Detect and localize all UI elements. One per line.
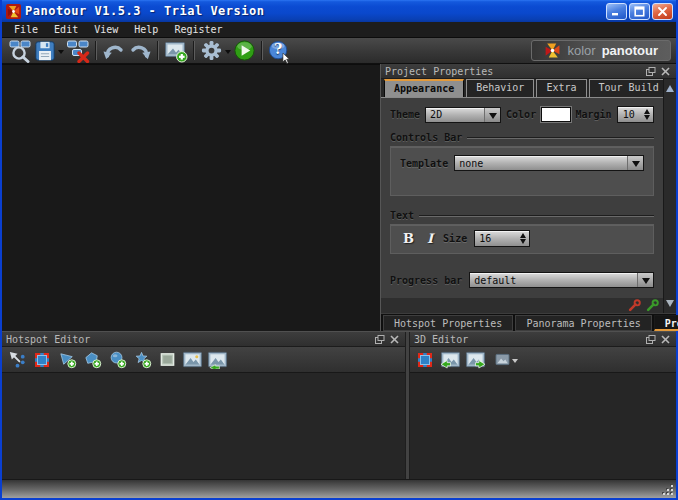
panorama-select-button[interactable] bbox=[489, 349, 523, 371]
add-panorama-button[interactable] bbox=[163, 39, 189, 63]
tab-behavior[interactable]: Behavior bbox=[466, 79, 534, 97]
spinner-arrows-icon[interactable] bbox=[640, 107, 653, 122]
browse-project-button[interactable] bbox=[7, 39, 33, 63]
app-icon bbox=[6, 4, 21, 19]
project-properties-header: Project Properties bbox=[381, 64, 676, 79]
scroll-down-icon[interactable] bbox=[666, 300, 674, 311]
toolbar-separator bbox=[95, 41, 97, 60]
add-star-hotspot-button[interactable] bbox=[131, 349, 153, 371]
help-button[interactable]: ? bbox=[267, 39, 291, 63]
float-panel-button[interactable] bbox=[644, 66, 657, 77]
app-window: Panotour V1.5.3 - Trial Version File Edi… bbox=[0, 0, 678, 500]
close-panel-button[interactable] bbox=[659, 334, 672, 345]
rectangle-tool-icon bbox=[158, 350, 177, 369]
add-point-hotspot-button[interactable] bbox=[56, 349, 78, 371]
title-bar[interactable]: Panotour V1.5.3 - Trial Version bbox=[2, 0, 676, 22]
close-panel-icon bbox=[661, 67, 670, 76]
scroll-up-icon[interactable] bbox=[666, 81, 674, 92]
size-value: 16 bbox=[475, 231, 516, 246]
controls-bar-group-label: Controls Bar bbox=[390, 132, 462, 143]
next-panorama-icon bbox=[465, 350, 486, 369]
text-group-box: B I Size 16 bbox=[390, 224, 654, 254]
menu-edit[interactable]: Edit bbox=[46, 23, 86, 36]
maximize-button[interactable] bbox=[629, 3, 650, 20]
spinner-arrows-icon[interactable] bbox=[516, 231, 529, 246]
3d-editor-panel: 3D Editor bbox=[410, 332, 676, 479]
margin-label: Margin bbox=[576, 109, 612, 120]
menu-file[interactable]: File bbox=[6, 23, 46, 36]
bold-button[interactable]: B bbox=[400, 231, 417, 246]
progress-bar-dropdown[interactable]: default bbox=[469, 272, 654, 288]
close-panel-icon bbox=[661, 335, 670, 344]
move-tool-button[interactable] bbox=[6, 349, 28, 371]
properties-bottom-tab-bar: Hotspot Properties Panorama Properties P… bbox=[381, 313, 676, 331]
brand-product-text: panotour bbox=[602, 43, 658, 58]
properties-tab-bar: Appearance Behavior Extra Tour Build bbox=[381, 79, 663, 98]
main-toolbar: ? kolor panotour bbox=[2, 38, 676, 64]
project-properties-panel: Project Properties Appearance Behavior bbox=[380, 64, 676, 331]
maximize-icon bbox=[634, 6, 645, 17]
undo-button[interactable] bbox=[101, 39, 127, 63]
3d-selection-tool-button[interactable] bbox=[414, 349, 436, 371]
resize-grip[interactable] bbox=[661, 483, 673, 495]
close-panel-button[interactable] bbox=[388, 334, 401, 345]
menu-bar: File Edit View Help Register bbox=[2, 22, 676, 38]
tab-project-properties[interactable]: Project Properties bbox=[654, 315, 678, 331]
add-image-hotspot-button[interactable] bbox=[181, 349, 203, 371]
redo-icon bbox=[128, 39, 152, 63]
add-image-link-button[interactable] bbox=[206, 349, 228, 371]
template-dropdown[interactable]: none bbox=[454, 155, 644, 171]
settings-button[interactable] bbox=[199, 39, 232, 63]
text-group-label: Text bbox=[390, 210, 414, 221]
green-tool-icon[interactable] bbox=[646, 299, 659, 312]
close-button[interactable] bbox=[652, 3, 673, 20]
save-project-button[interactable] bbox=[33, 39, 65, 63]
tab-tour-build[interactable]: Tour Build bbox=[589, 79, 669, 97]
add-polygon-hotspot-button[interactable] bbox=[81, 349, 103, 371]
previous-panorama-button[interactable] bbox=[439, 349, 461, 371]
group-divider bbox=[419, 215, 654, 217]
next-panorama-button[interactable] bbox=[464, 349, 486, 371]
close-icon bbox=[657, 6, 668, 17]
add-ellipse-hotspot-icon bbox=[108, 350, 127, 369]
save-icon bbox=[34, 39, 56, 63]
selection-tool-button[interactable] bbox=[31, 349, 53, 371]
margin-value: 10 bbox=[618, 107, 640, 122]
menu-help[interactable]: Help bbox=[126, 23, 166, 36]
italic-button[interactable]: I bbox=[424, 231, 436, 246]
red-tool-icon[interactable] bbox=[628, 299, 641, 312]
minimize-button[interactable] bbox=[606, 3, 627, 20]
close-project-button[interactable] bbox=[65, 39, 91, 63]
close-panel-button[interactable] bbox=[659, 66, 672, 77]
color-swatch[interactable] bbox=[541, 107, 570, 122]
color-label: Color bbox=[506, 109, 536, 120]
tab-appearance[interactable]: Appearance bbox=[384, 79, 464, 97]
theme-label: Theme bbox=[390, 109, 420, 120]
window-title: Panotour V1.5.3 - Trial Version bbox=[25, 4, 606, 18]
rectangle-tool-button[interactable] bbox=[156, 349, 178, 371]
panel-tools-row bbox=[381, 298, 663, 313]
build-tour-button[interactable] bbox=[232, 39, 257, 63]
build-play-icon bbox=[233, 39, 256, 62]
selection-rect-icon bbox=[418, 353, 432, 367]
undo-icon bbox=[102, 39, 126, 63]
tab-extra[interactable]: Extra bbox=[536, 79, 586, 97]
tab-hotspot-properties[interactable]: Hotspot Properties bbox=[383, 315, 513, 331]
add-ellipse-hotspot-button[interactable] bbox=[106, 349, 128, 371]
menu-view[interactable]: View bbox=[86, 23, 126, 36]
float-panel-button[interactable] bbox=[373, 334, 386, 345]
image-link-icon bbox=[207, 350, 228, 369]
tab-panorama-properties[interactable]: Panorama Properties bbox=[515, 315, 651, 331]
size-spinner[interactable]: 16 bbox=[474, 230, 530, 247]
image-hotspot-icon bbox=[182, 350, 203, 369]
menu-register[interactable]: Register bbox=[166, 23, 230, 36]
theme-dropdown[interactable]: 2D bbox=[425, 107, 501, 123]
gear-icon bbox=[200, 39, 223, 62]
properties-scrollbar[interactable] bbox=[663, 79, 676, 313]
add-polygon-hotspot-icon bbox=[83, 350, 102, 369]
float-panel-button[interactable] bbox=[644, 334, 657, 345]
float-panel-icon bbox=[375, 335, 385, 344]
chevron-down-icon bbox=[512, 359, 518, 366]
redo-button[interactable] bbox=[127, 39, 153, 63]
margin-spinner[interactable]: 10 bbox=[617, 106, 654, 123]
